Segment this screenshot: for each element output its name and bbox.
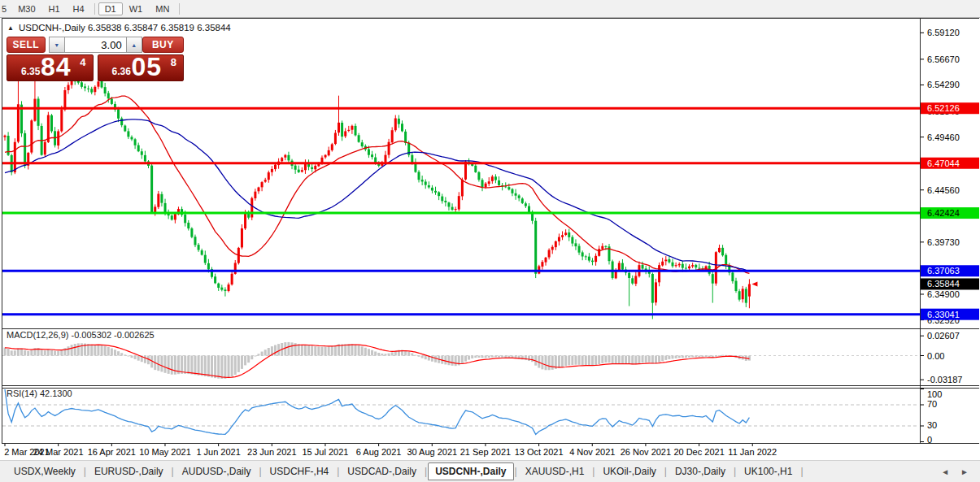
sell-price-sup: 4 <box>80 56 85 68</box>
chart-tab-uk100-h1[interactable]: UK100-,H1 <box>737 462 799 480</box>
tabs-scroll-arrows: ◄ ► <box>941 461 969 482</box>
buy-price-big: 05 <box>132 52 163 82</box>
chart-tab-xauusd-h1[interactable]: XAUUSD-,H1 <box>518 462 592 480</box>
chart-tab-eurusd-daily[interactable]: EURUSD-,Daily <box>87 462 171 480</box>
current-price-badge: 6.35844 <box>921 278 979 289</box>
svg-text:11 Jan 2022: 11 Jan 2022 <box>728 447 777 457</box>
buy-price-prefix: 6.36 <box>112 66 131 77</box>
buy-price-sup: 8 <box>171 56 176 68</box>
chart-tab-usdx-weekly[interactable]: USDX,Weekly <box>7 462 83 480</box>
svg-text:16 Apr 2021: 16 Apr 2021 <box>88 447 136 457</box>
svg-text:6 Aug 2021: 6 Aug 2021 <box>356 447 402 457</box>
svg-text:-0.03187: -0.03187 <box>927 375 962 384</box>
chart-tabs-bar: USDX,Weekly|EURUSD-,Daily|AUDUSD-,Daily|… <box>0 460 980 482</box>
sell-price-big: 84 <box>41 52 72 82</box>
chart-area: 6.591206.566706.542906.518406.494606.445… <box>0 18 980 459</box>
timeframe-d1-button[interactable]: D1 <box>98 2 123 15</box>
buy-quote-box[interactable]: 6.36 05 8 <box>98 54 185 81</box>
timeframe-m5-button[interactable]: 5 <box>0 2 11 15</box>
svg-text:6.33041: 6.33041 <box>927 310 960 319</box>
svg-text:0: 0 <box>927 435 932 445</box>
svg-text:6.44560: 6.44560 <box>927 185 960 195</box>
sell-quote-box[interactable]: 6.35 84 4 <box>7 54 94 81</box>
level-badge-6.33041: 6.33041 <box>921 309 979 320</box>
rsi-label: RSI(14) 42.1300 <box>7 389 72 398</box>
level-badge-6.47044: 6.47044 <box>921 158 979 169</box>
svg-text:6.34900: 6.34900 <box>927 289 960 299</box>
svg-text:30: 30 <box>927 420 937 430</box>
chart-tab-audusd-daily[interactable]: AUDUSD-,Daily <box>175 462 259 480</box>
svg-text:15 Jul 2021: 15 Jul 2021 <box>303 447 349 457</box>
chart-tab-ukoil-daily[interactable]: UKOil-,Daily <box>595 462 663 480</box>
svg-text:26 Nov 2021: 26 Nov 2021 <box>621 447 671 457</box>
tab-separator: | <box>799 466 804 477</box>
price-chart[interactable]: 6.591206.566706.542906.518406.494606.445… <box>0 18 980 460</box>
timeframe-h1-button[interactable]: H1 <box>42 2 67 15</box>
sell-price-prefix: 6.35 <box>21 66 40 77</box>
svg-text:100: 100 <box>927 389 942 399</box>
chart-tab-usdcnh-daily[interactable]: USDCNH-,Daily <box>428 462 513 480</box>
level-badge-6.37063: 6.37063 <box>921 265 979 276</box>
svg-text:6.54290: 6.54290 <box>927 80 960 89</box>
toolbar-separator <box>179 3 180 15</box>
chart-tab-usdchf-h4[interactable]: USDCHF-,H4 <box>263 462 337 480</box>
svg-text:0.00: 0.00 <box>927 351 944 361</box>
collapse-panel-icon[interactable]: ▲ <box>7 24 14 32</box>
svg-text:6.49460: 6.49460 <box>927 132 960 142</box>
svg-text:10 May 2021: 10 May 2021 <box>139 447 191 457</box>
volume-increase-icon[interactable]: ▲ <box>126 37 142 53</box>
timeframe-toolbar: 5 M30 H1 H4 D1 W1 MN <box>0 0 980 18</box>
tabs-scroll-left-icon[interactable]: ◄ <box>941 467 949 476</box>
svg-text:70: 70 <box>927 399 937 409</box>
svg-text:6.39730: 6.39730 <box>927 237 960 247</box>
tabs-scroll-right-icon[interactable]: ► <box>960 467 969 476</box>
mt4-window: 5 M30 H1 H4 D1 W1 MN 6.591206.566706.542… <box>0 0 980 482</box>
volume-stepper: ▼ 3.00 ▲ <box>49 37 142 53</box>
toolbar-separator <box>94 3 95 15</box>
svg-text:24 Mar 2021: 24 Mar 2021 <box>33 447 84 457</box>
one-click-trading-panel: SELL ▼ 3.00 ▲ BUY 6.35 84 4 6.36 05 8 <box>7 37 184 81</box>
svg-text:13 Oct 2021: 13 Oct 2021 <box>515 447 564 457</box>
level-badge-6.52126: 6.52126 <box>921 102 979 114</box>
timeframe-w1-button[interactable]: W1 <box>123 2 150 15</box>
svg-text:21 Sep 2021: 21 Sep 2021 <box>460 447 511 457</box>
timeframe-h4-button[interactable]: H4 <box>67 2 91 15</box>
svg-text:6.35844: 6.35844 <box>927 279 960 289</box>
svg-text:4 Nov 2021: 4 Nov 2021 <box>569 447 615 457</box>
svg-text:6.47044: 6.47044 <box>927 158 960 168</box>
svg-text:0.02607: 0.02607 <box>927 331 960 341</box>
chart-tab-dj30-daily[interactable]: DJ30-,Daily <box>668 462 733 480</box>
svg-text:20 Dec 2021: 20 Dec 2021 <box>673 447 724 457</box>
timeframe-mn-button[interactable]: MN <box>149 2 176 15</box>
chart-title-text: USDCNH-,Daily 6.35838 6.35847 6.35819 6.… <box>19 23 231 33</box>
svg-text:30 Aug 2021: 30 Aug 2021 <box>407 447 457 457</box>
svg-text:23 Jun 2021: 23 Jun 2021 <box>247 447 297 457</box>
svg-text:6.56670: 6.56670 <box>927 54 960 64</box>
svg-text:6.42424: 6.42424 <box>927 208 960 218</box>
macd-label: MACD(12,26,9) -0.005302 -0.002625 <box>7 330 155 340</box>
level-badge-6.42424: 6.42424 <box>921 207 979 219</box>
chart-tab-usdcad-daily[interactable]: USDCAD-,Daily <box>340 462 424 480</box>
buy-button[interactable]: BUY <box>142 37 184 53</box>
volume-decrease-icon[interactable]: ▼ <box>49 37 65 53</box>
timeframe-m30-button[interactable]: M30 <box>11 2 41 15</box>
sell-button[interactable]: SELL <box>7 37 46 53</box>
svg-text:1 Jun 2021: 1 Jun 2021 <box>196 447 240 457</box>
svg-text:6.37063: 6.37063 <box>927 266 960 276</box>
svg-text:6.59120: 6.59120 <box>927 28 960 37</box>
svg-text:6.52126: 6.52126 <box>927 103 960 113</box>
volume-input[interactable]: 3.00 <box>65 37 126 53</box>
chart-title: ▲ USDCNH-,Daily 6.35838 6.35847 6.35819 … <box>7 23 231 33</box>
